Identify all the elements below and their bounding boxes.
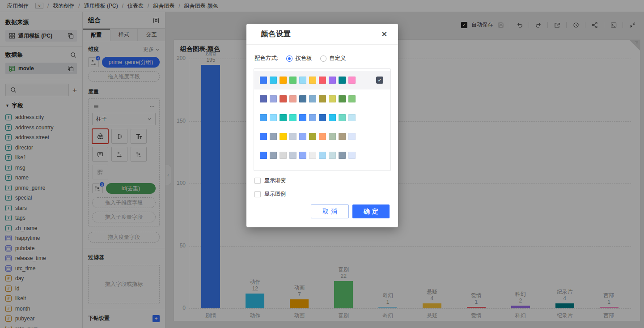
color-swatch xyxy=(319,95,326,102)
color-swatch xyxy=(280,77,287,84)
palette-list: ✓ xyxy=(254,68,391,171)
color-swatch xyxy=(289,77,297,84)
radio-label[interactable]: 自定义 xyxy=(329,55,346,62)
color-swatch xyxy=(289,133,297,140)
checkbox-label: 显示渐变 xyxy=(264,177,286,184)
cancel-button[interactable]: 取消 xyxy=(311,204,349,218)
color-swatch xyxy=(348,152,356,159)
close-icon[interactable]: ✕ xyxy=(381,30,387,38)
color-swatch xyxy=(339,95,346,102)
color-swatch xyxy=(260,114,267,121)
color-swatch xyxy=(280,114,287,121)
checkbox-label: 显示图例 xyxy=(264,190,286,198)
color-swatch xyxy=(260,133,267,140)
color-swatch xyxy=(329,133,336,140)
color-swatch xyxy=(319,133,326,140)
palette-row-4[interactable] xyxy=(254,127,390,146)
color-swatch xyxy=(348,133,356,140)
color-swatch xyxy=(299,77,306,84)
color-swatch xyxy=(260,77,267,84)
color-swatch xyxy=(319,114,326,121)
checkbox-显示渐变[interactable] xyxy=(254,178,261,184)
color-swatch xyxy=(329,152,336,159)
checkbox-显示图例[interactable] xyxy=(254,191,261,197)
color-swatch xyxy=(329,95,336,102)
color-mode-label: 配色方式: xyxy=(254,55,278,62)
color-swatch xyxy=(299,133,306,140)
color-swatch xyxy=(309,133,316,140)
color-swatch xyxy=(348,77,356,84)
color-swatch xyxy=(270,95,277,102)
radio-自定义[interactable] xyxy=(320,55,326,62)
color-swatch xyxy=(260,95,267,102)
color-swatch xyxy=(339,77,346,84)
color-swatch xyxy=(289,152,297,159)
color-swatch xyxy=(339,152,346,159)
color-swatch xyxy=(339,114,346,121)
radio-label[interactable]: 按色板 xyxy=(295,55,312,62)
palette-row-3[interactable] xyxy=(254,108,390,127)
color-swatch xyxy=(289,95,297,102)
color-swatch xyxy=(280,152,287,159)
color-swatch xyxy=(280,133,287,140)
color-swatch xyxy=(260,152,267,159)
radio-按色板[interactable] xyxy=(286,55,292,62)
color-swatch xyxy=(270,77,277,84)
checkbox-row-显示渐变: 显示渐变 xyxy=(254,177,391,184)
palette-row-5[interactable] xyxy=(254,146,390,165)
color-swatch xyxy=(270,133,277,140)
color-swatch xyxy=(280,95,287,102)
color-swatch xyxy=(309,77,316,84)
color-settings-dialog: 颜色设置 ✕ 配色方式: 按色板自定义 ✓ 显示渐变显示图例 取消 确定 xyxy=(246,24,398,227)
color-swatch xyxy=(309,114,316,121)
color-swatch xyxy=(348,95,356,102)
palette-row-1[interactable]: ✓ xyxy=(254,71,390,89)
color-swatch xyxy=(329,77,336,84)
color-swatch xyxy=(299,152,306,159)
color-swatch xyxy=(309,152,316,159)
color-swatch xyxy=(329,114,336,121)
color-swatch xyxy=(270,152,277,159)
ok-button[interactable]: 确定 xyxy=(352,204,390,218)
color-swatch xyxy=(319,152,326,159)
checkbox-row-显示图例: 显示图例 xyxy=(254,190,391,198)
color-swatch xyxy=(270,114,277,121)
color-swatch xyxy=(319,77,326,84)
color-swatch xyxy=(309,95,316,102)
color-swatch xyxy=(299,95,306,102)
color-swatch xyxy=(348,114,356,121)
color-swatch xyxy=(339,133,346,140)
dialog-title: 颜色设置 xyxy=(261,30,291,39)
palette-row-2[interactable] xyxy=(254,89,390,108)
color-swatch xyxy=(289,114,297,121)
color-swatch xyxy=(299,114,306,121)
palette-selected-checkbox[interactable]: ✓ xyxy=(376,77,383,84)
